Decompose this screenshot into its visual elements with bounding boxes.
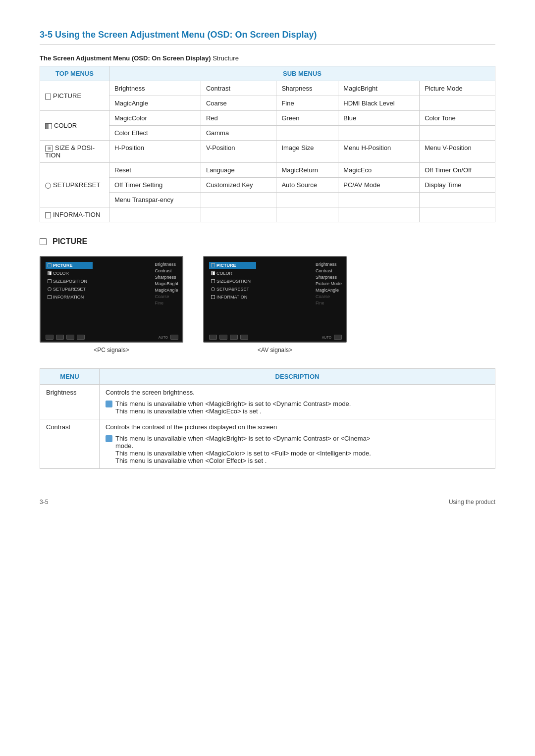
table-row: COLORMagicColorRedGreenBlueColor Tone <box>40 111 495 126</box>
btn4 <box>77 335 85 340</box>
sub-menu-cell <box>276 207 338 222</box>
osd-menu-item: SETUP&RESET <box>46 286 93 293</box>
table-caption: The Screen Adjustment Menu (OSD: On Scre… <box>40 54 495 62</box>
table-row: BrightnessControls the screen brightness… <box>40 385 495 419</box>
sub-menu-cell: Blue <box>338 111 420 126</box>
sub-menu-cell <box>420 193 495 207</box>
sub-menu-cell <box>201 193 276 207</box>
osd-menu-item: PICTURE <box>46 262 93 269</box>
btn2 <box>219 335 227 340</box>
sub-menu-cell: Menu V-Position <box>420 141 495 163</box>
osd-menu-item: SIZE&POSITION <box>209 278 256 285</box>
top-menu-cell: ⊞SIZE & POSI-TION <box>40 141 109 163</box>
osd-menu-icon <box>48 287 52 291</box>
section-heading: 3-5 Using the Screen Adjustment Menu (OS… <box>40 30 495 45</box>
sub-menu-cell: Language <box>201 163 276 178</box>
sub-menu-cell <box>338 126 420 141</box>
desc-cell: Controls the screen brightness.This menu… <box>100 385 495 419</box>
sub-menu-cell <box>338 207 420 222</box>
av-sidebar: PICTURECOLORSIZE&POSITIONSETUP&RESETINFO… <box>209 262 256 332</box>
btn1 <box>209 335 217 340</box>
sub-menu-cell <box>420 96 495 111</box>
btn5 <box>170 335 178 340</box>
description-table: MENU DESCRIPTION BrightnessControls the … <box>40 368 495 469</box>
pc-signals-screen: PICTURECOLORSIZE&POSITIONSETUP&RESETINFO… <box>40 256 183 343</box>
footer-right: Using the product <box>449 499 495 505</box>
top-menu-cell: INFORMA-TION <box>40 207 109 222</box>
sub-menu-cell: MagicColor <box>109 111 201 126</box>
osd-menu-icon <box>48 279 52 283</box>
osd-submenu-item: Sharpness <box>316 275 342 280</box>
sub-menu-cell: Brightness <box>109 81 201 96</box>
table-row: INFORMA-TION <box>40 207 495 222</box>
sub-menu-cell: Display Time <box>420 178 495 193</box>
av-bottom-bar: AUTO <box>209 335 342 340</box>
osd-submenu-item: Fine <box>316 301 342 305</box>
table-row: ContrastControls the contrast of the pic… <box>40 419 495 469</box>
menu-name-cell: Brightness <box>40 385 100 419</box>
osd-submenu-item: Sharpness <box>155 275 178 280</box>
btn3 <box>66 335 74 340</box>
top-menus-header: TOP MENUS <box>40 66 109 81</box>
osd-menu-item: SIZE&POSITION <box>46 278 93 285</box>
top-menu-cell: SETUP&RESET <box>40 163 109 207</box>
desc-cell: Controls the contrast of the pictures di… <box>100 419 495 469</box>
sub-menu-cell <box>276 126 338 141</box>
osd-submenu-item: Coarse <box>155 294 178 299</box>
sub-menu-cell <box>420 207 495 222</box>
osd-menu-item: PICTURE <box>209 262 256 269</box>
osd-structure-table: TOP MENUS SUB MENUS PICTUREBrightnessCon… <box>40 66 495 222</box>
sub-menu-cell <box>109 207 201 222</box>
av-signals-screen: PICTURECOLORSIZE&POSITIONSETUP&RESETINFO… <box>203 256 347 343</box>
btn4 <box>240 335 248 340</box>
sub-menu-cell: Contrast <box>201 81 276 96</box>
sub-menu-cell: Picture Mode <box>420 81 495 96</box>
sub-menu-cell: HDMI Black Level <box>338 96 420 111</box>
pc-sidebar: PICTURECOLORSIZE&POSITIONSETUP&RESETINFO… <box>46 262 93 332</box>
sub-menu-cell: Fine <box>276 96 338 111</box>
osd-menu-item: INFORMATION <box>209 294 256 301</box>
sub-menu-cell: MagicReturn <box>276 163 338 178</box>
av-caption: <AV signals> <box>258 347 292 353</box>
osd-submenu-item: MagicAngle <box>155 288 178 293</box>
auto-label: AUTO <box>159 336 168 339</box>
av-submenu: BrightnessContrastSharpnessPicture ModeM… <box>316 262 342 305</box>
osd-menu-item: SETUP&RESET <box>209 286 256 293</box>
osd-menu-icon <box>211 263 215 267</box>
sub-menu-cell: Color Effect <box>109 126 201 141</box>
osd-menu-icon <box>211 279 215 283</box>
osd-menu-icon <box>48 295 52 299</box>
picture-icon <box>40 238 47 245</box>
btn5 <box>334 335 342 340</box>
sub-menu-cell: V-Position <box>201 141 276 163</box>
osd-submenu-item: Coarse <box>316 294 342 299</box>
osd-submenu-item: MagicBright <box>155 281 178 286</box>
osd-menu-icon <box>211 287 215 291</box>
osd-screens: PICTURECOLORSIZE&POSITIONSETUP&RESETINFO… <box>40 256 495 353</box>
btn1 <box>46 335 54 340</box>
osd-submenu-item: Picture Mode <box>316 281 342 286</box>
menu-name-cell: Contrast <box>40 419 100 469</box>
page-footer: 3-5 Using the product <box>40 499 495 505</box>
picture-section-heading: PICTURE <box>40 237 495 246</box>
osd-submenu-item: Brightness <box>155 262 178 267</box>
osd-menu-icon <box>48 271 52 275</box>
sub-menu-cell <box>276 193 338 207</box>
osd-menu-icon <box>211 271 215 275</box>
sub-menu-cell <box>338 193 420 207</box>
sub-menu-cell: H-Position <box>109 141 201 163</box>
sub-menu-cell: Red <box>201 111 276 126</box>
footer-left: 3-5 <box>40 499 48 505</box>
osd-menu-item: INFORMATION <box>46 294 93 301</box>
sub-menu-cell: Reset <box>109 163 201 178</box>
sub-menu-cell: Menu Transpar-ency <box>109 193 201 207</box>
table-row: PICTUREBrightnessContrastSharpnessMagicB… <box>40 81 495 96</box>
sub-menu-cell: MagicEco <box>338 163 420 178</box>
osd-menu-icon <box>211 295 215 299</box>
sub-menu-cell: Sharpness <box>276 81 338 96</box>
sub-menu-cell: Gamma <box>201 126 276 141</box>
sub-menu-cell: Coarse <box>201 96 276 111</box>
sub-menu-cell <box>420 126 495 141</box>
note-text: This menu is unavailable when <MagicBrig… <box>115 435 371 464</box>
note-item: This menu is unavailable when <MagicBrig… <box>106 400 489 415</box>
